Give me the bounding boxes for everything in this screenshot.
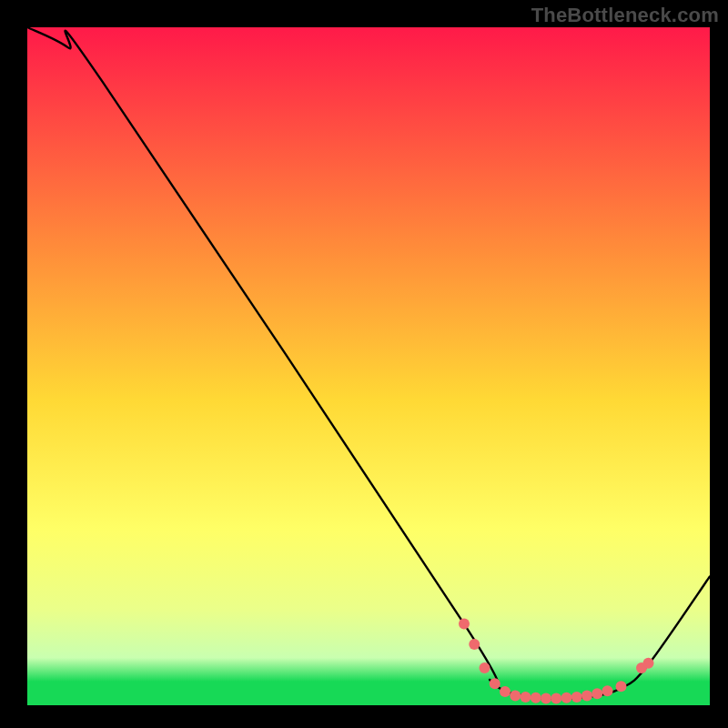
plot-background [27, 27, 710, 705]
data-marker [510, 691, 521, 702]
data-marker [551, 693, 561, 704]
chart-svg [0, 0, 728, 728]
data-marker [592, 688, 602, 699]
data-marker [581, 691, 592, 702]
data-marker [521, 692, 531, 703]
data-marker [602, 685, 613, 696]
data-marker [469, 639, 480, 650]
frame-left [0, 0, 27, 728]
data-marker [571, 692, 582, 703]
frame-bottom [0, 705, 728, 728]
data-marker [541, 693, 551, 704]
data-marker [643, 658, 654, 669]
data-marker [531, 693, 541, 703]
chart-frame: TheBottleneck.com [0, 0, 728, 728]
data-marker [561, 693, 572, 703]
watermark-text: TheBottleneck.com [531, 4, 719, 27]
data-marker [480, 662, 490, 673]
data-marker [616, 681, 627, 692]
data-marker [459, 619, 470, 630]
data-marker [490, 678, 500, 689]
frame-right [710, 0, 728, 728]
data-marker [500, 686, 511, 697]
